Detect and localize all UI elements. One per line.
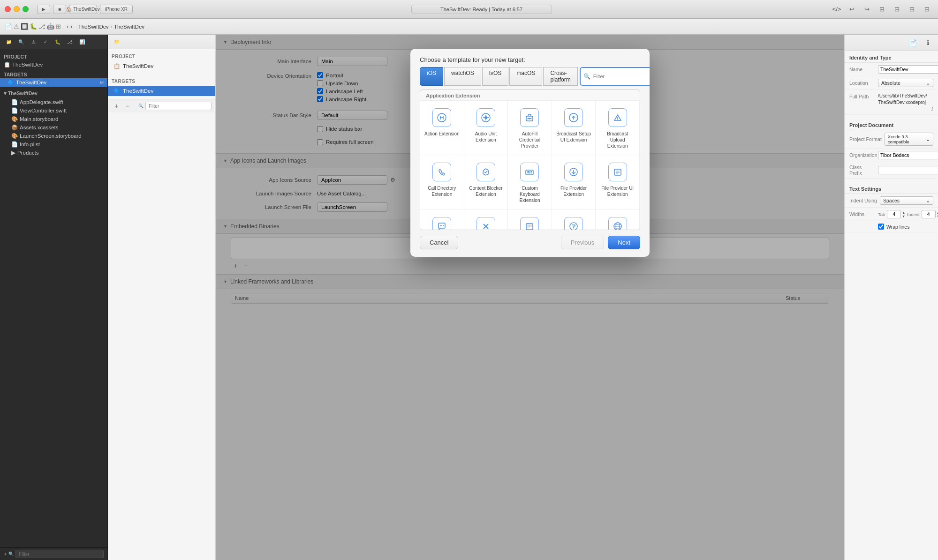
add-file-btn[interactable]: + xyxy=(4,551,7,557)
svg-point-33 xyxy=(570,223,577,230)
sidebar-item-assets[interactable]: 📦 Assets.xcassets xyxy=(0,123,107,132)
tab-macos[interactable]: macOS xyxy=(509,67,542,86)
format-dropdown[interactable]: Xcode 9.3-compatible ⌄ xyxy=(885,133,933,146)
ext-item-broadcast-ui[interactable]: Broadcast Setup UI Extension xyxy=(552,101,596,155)
modal-search-input[interactable] xyxy=(593,74,650,79)
remove-target-btn[interactable]: − xyxy=(123,101,132,111)
class-prefix-input[interactable] xyxy=(878,166,938,174)
project-name-btn[interactable]: 🏠 TheSwiftDev xyxy=(69,5,97,14)
pane-toggle-1[interactable]: ⊟ xyxy=(890,4,903,15)
sidebar-search-icon[interactable]: 🔍 xyxy=(16,37,26,46)
test-icon[interactable]: 🔲 xyxy=(21,23,28,30)
wrap-lines-checkbox[interactable] xyxy=(878,224,884,230)
run-button[interactable]: ▶ xyxy=(37,5,50,14)
cancel-button[interactable]: Cancel xyxy=(420,236,458,249)
warning-icon[interactable]: ⚠ xyxy=(14,23,19,30)
sidebar-warning-icon[interactable]: ⚠ xyxy=(28,37,38,46)
nav-next-btn[interactable]: › xyxy=(70,23,72,30)
sidebar-item-infoplist[interactable]: 📄 Info.plist xyxy=(0,140,107,149)
location-dropdown[interactable]: Absolute ⌄ xyxy=(878,79,933,87)
indent-using-dropdown[interactable]: Spaces ⌄ xyxy=(880,196,933,205)
middle-item-target[interactable]: 🔷 TheSwiftDev xyxy=(108,86,215,96)
sidebar-report-icon[interactable]: 📊 xyxy=(77,37,87,46)
close-button[interactable] xyxy=(5,6,11,12)
pane-toggle-2[interactable]: ⊟ xyxy=(905,4,918,15)
svg-point-26 xyxy=(443,225,444,226)
indent-value-input[interactable] xyxy=(922,210,936,218)
sidebar-item-launchscreen[interactable]: 🎨 LaunchScreen.storyboard xyxy=(0,132,107,140)
ext-item-action[interactable]: Action Extension xyxy=(420,101,464,155)
robot-icon[interactable]: 🤖 xyxy=(47,23,54,30)
sidebar-folder-icon[interactable]: 📁 xyxy=(4,37,14,46)
targets-section-header: TARGETS xyxy=(0,71,107,78)
debug-icon[interactable]: 🐛 xyxy=(30,23,37,30)
wrap-lines-field: Wrap lines xyxy=(845,221,938,232)
org-input[interactable] xyxy=(878,151,938,159)
ext-item-intents-ui[interactable]: Intents UI Extension xyxy=(508,209,552,230)
ext-item-network[interactable]: Network Extension xyxy=(596,209,640,230)
tab-decrement-btn[interactable]: ▼ xyxy=(902,215,905,218)
source-icon[interactable]: ⎇ xyxy=(38,23,45,30)
viewcontroller-label: ViewController.swift xyxy=(20,108,67,113)
ext-item-call-dir[interactable]: Call Directory Extension xyxy=(420,155,464,209)
sidebar-toggle[interactable]: ⊞ xyxy=(875,4,888,15)
sidebar-filter-input[interactable] xyxy=(15,550,104,558)
autofill-ext-label: AutoFill Credential Provider xyxy=(512,131,548,149)
sidebar-test-icon[interactable]: ✓ xyxy=(40,37,51,46)
device-btn[interactable]: iPhone XR xyxy=(100,5,133,14)
ext-item-message-filter[interactable]: Message Filter Extension xyxy=(552,209,596,230)
ext-item-file-provider-ui[interactable]: File Provider UI Extension xyxy=(596,155,640,209)
text-settings-section: Text Settings xyxy=(845,182,938,194)
sidebar-item-appdelegate[interactable]: 📄 AppDelegate.swift xyxy=(0,98,107,106)
name-input[interactable] xyxy=(878,65,938,74)
sidebar-item-viewcontroller[interactable]: 📄 ViewController.swift xyxy=(0,106,107,115)
middle-item-project[interactable]: 📋 TheSwiftDev xyxy=(108,61,215,71)
ext-item-autofill[interactable]: AutoFill Credential Provider xyxy=(508,101,552,155)
maximize-button[interactable] xyxy=(23,6,29,12)
svg-point-2 xyxy=(484,116,487,119)
ext-item-audio[interactable]: Audio Unit Extension xyxy=(464,101,508,155)
sidebar-item-project[interactable]: 📋 TheSwiftDev xyxy=(0,60,107,69)
ext-item-imessage[interactable]: iMessage Extension xyxy=(420,209,464,230)
ext-item-content-blocker[interactable]: Content Blocker Extension xyxy=(464,155,508,209)
ext-item-custom-keyboard[interactable]: Custom Keyboard Extension xyxy=(508,155,552,209)
tab-value-input[interactable] xyxy=(887,210,901,218)
content-blocker-ext-icon xyxy=(477,163,495,181)
sidebar-item-target[interactable]: 🔷 TheSwiftDev M xyxy=(0,78,107,87)
ext-item-intents[interactable]: Intents Extension xyxy=(464,209,508,230)
back-icon[interactable]: ↩ xyxy=(845,4,858,15)
middle-project-name: TheSwiftDev xyxy=(123,63,153,69)
middle-folder-icon[interactable]: 📁 xyxy=(112,37,122,46)
sidebar-item-mainstoryboard[interactable]: 🎨 Main.storyboard xyxy=(0,115,107,123)
file-icon[interactable]: 📄 xyxy=(5,23,12,30)
pane-toggle-3[interactable]: ⊟ xyxy=(920,4,933,15)
stop-button[interactable]: ■ xyxy=(53,5,66,14)
tab-watchos[interactable]: watchOS xyxy=(444,67,481,86)
tab-increment-btn[interactable]: ▲ xyxy=(902,211,905,214)
tab-label: Tab xyxy=(878,212,885,217)
tab-tvos[interactable]: tvOS xyxy=(482,67,509,86)
next-button[interactable]: Next xyxy=(608,236,640,249)
previous-button[interactable]: Previous xyxy=(561,236,605,249)
ext-item-broadcast-upload[interactable]: Broadcast Upload Extension xyxy=(596,101,640,155)
ext-item-file-provider[interactable]: File Provider Extension xyxy=(552,155,596,209)
forward-icon[interactable]: ↪ xyxy=(860,4,873,15)
sidebar-source-icon[interactable]: ⎇ xyxy=(65,37,75,46)
minimize-button[interactable] xyxy=(14,6,20,12)
add-target-btn[interactable]: + xyxy=(112,101,121,111)
wrap-lines-label: Wrap lines xyxy=(886,224,909,230)
right-file-icon[interactable]: 📄 xyxy=(906,37,919,48)
code-icon[interactable]: </> xyxy=(830,4,843,15)
sidebar-debug-icon[interactable]: 🐛 xyxy=(53,37,63,46)
tab-crossplatform[interactable]: Cross-platform xyxy=(543,67,577,86)
right-info-icon[interactable]: ℹ xyxy=(921,37,934,48)
middle-filter-input[interactable] xyxy=(145,102,212,110)
launchscreen-label: LaunchScreen.storyboard xyxy=(20,133,82,139)
svg-point-25 xyxy=(441,225,442,226)
reveal-in-finder-icon[interactable]: ⤴ xyxy=(931,107,933,112)
grid-icon[interactable]: ⊞ xyxy=(56,23,61,30)
sidebar-item-products[interactable]: ▶ Products xyxy=(0,149,107,157)
tab-ios[interactable]: iOS xyxy=(420,67,443,86)
org-label: Organization xyxy=(849,152,875,158)
nav-prev-btn[interactable]: ‹ xyxy=(67,23,68,30)
